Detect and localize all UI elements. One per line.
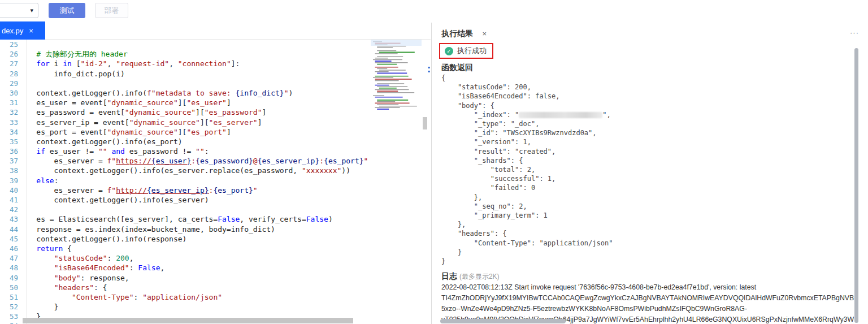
log-heading: 日志 (最多显示2K) <box>441 271 500 282</box>
line-number: 46 <box>0 244 18 253</box>
execution-result-panel: 执行结果 × ··· ✓ 执行成功 函数返回 { "statusCode": 2… <box>431 23 868 324</box>
json-line: "result": "created", <box>441 147 613 156</box>
code-line[interactable]: 51 "Content-Type": "application/json" <box>0 292 431 302</box>
line-number: 32 <box>0 107 18 117</box>
code-lines: 2526 # 去除部分无用的 header27 for i in ["id-2"… <box>0 40 431 324</box>
json-line: } <box>441 248 613 257</box>
json-line: "successful": 1, <box>441 174 613 183</box>
close-icon[interactable]: × <box>29 27 33 35</box>
json-line: "_version": 1, <box>441 137 613 146</box>
toolbar: ▾ 测试 部署 <box>0 0 868 21</box>
code-line[interactable]: 36 if es_user != "" and es_password != "… <box>0 146 431 156</box>
function-return-heading: 函数返回 <box>441 63 473 73</box>
line-number: 52 <box>0 302 18 312</box>
json-line: "_shards": { <box>441 156 613 165</box>
line-number: 40 <box>0 185 18 195</box>
json-line: "headers": { <box>441 229 613 238</box>
line-number: 41 <box>0 195 18 205</box>
minimap-viewport <box>371 40 422 46</box>
json-line: "_type": "_doc", <box>441 119 613 128</box>
line-number: 25 <box>0 40 18 49</box>
close-icon[interactable]: × <box>482 29 487 38</box>
code-line[interactable]: 37 es_server = f"https://{es_user}:{es_p… <box>0 156 431 166</box>
line-number: 43 <box>0 214 18 224</box>
code-line[interactable]: 31 es_user = event["dynamic_source"]["es… <box>0 98 431 107</box>
log-title: 日志 <box>441 271 457 280</box>
line-number: 38 <box>0 166 18 175</box>
log-output: 2022-08-02T08:12:13Z Start invoke reques… <box>441 282 854 324</box>
code-line[interactable]: 28 info_dict.pop(i) <box>0 69 431 79</box>
code-line[interactable]: 47 "statusCode": 200, <box>0 253 431 263</box>
deploy-button[interactable]: 部署 <box>95 3 128 18</box>
line-number: 36 <box>0 146 18 156</box>
json-line: "failed": 0 <box>441 183 613 192</box>
log-line: TI4ZmZhODRjYyJ9fX19MYIBwTCCAb0CAQEwgZcwg… <box>441 293 854 304</box>
code-line[interactable]: 35 context.getLogger().info(es_port) <box>0 137 431 146</box>
code-line[interactable]: 33 es_server_ip = event["dynamic_source"… <box>0 118 431 127</box>
test-button[interactable]: 测试 <box>49 3 85 18</box>
code-line[interactable]: 48 "isBase64Encoded": False, <box>0 263 431 273</box>
success-check-icon: ✓ <box>445 47 453 55</box>
line-number: 44 <box>0 224 18 234</box>
line-number: 34 <box>0 127 18 137</box>
line-number: 30 <box>0 88 18 98</box>
result-panel-title: 执行结果 <box>441 29 473 39</box>
function-return-json: { "statusCode": 200, "isBase64Encoded": … <box>441 74 613 266</box>
code-line[interactable]: 34 es_port = event["dynamic_source"]["es… <box>0 127 431 137</box>
code-line[interactable]: 40 es_server = f"http://{es_server_ip}:{… <box>0 185 431 195</box>
line-number: 27 <box>0 59 18 68</box>
log-horizontal-scrollbar[interactable] <box>440 319 566 323</box>
code-line[interactable]: 50 "headers": { <box>0 283 431 292</box>
code-line[interactable]: 44 response = es.index(index=bucket_name… <box>0 224 431 234</box>
result-panel-vertical-scrollbar[interactable] <box>854 48 858 323</box>
editor-horizontal-scrollbar[interactable] <box>23 318 353 323</box>
code-line[interactable]: 42 <box>0 205 431 214</box>
version-dropdown[interactable]: ▾ <box>0 3 38 18</box>
line-number: 48 <box>0 263 18 273</box>
code-line[interactable]: 27 for i in ["id-2", "request-id", "conn… <box>0 59 431 68</box>
json-line: "_primary_term": 1 <box>441 211 613 220</box>
json-line: "_seq_no": 2, <box>441 202 613 211</box>
code-line[interactable]: 39 else: <box>0 176 431 185</box>
code-line[interactable]: 26 # 去除部分无用的 header <box>0 49 431 59</box>
editor-vertical-scrollbar[interactable] <box>423 117 427 129</box>
code-line[interactable]: 46 return { <box>0 244 431 253</box>
line-number: 37 <box>0 156 18 166</box>
code-line[interactable]: 45 context.getLogger().info(response) <box>0 234 431 244</box>
code-line[interactable]: 32 es_password = event["dynamic_source"]… <box>0 107 431 117</box>
code-line[interactable]: 38 context.getLogger().info(es_server.re… <box>0 166 431 175</box>
line-number: 33 <box>0 118 18 127</box>
log-line: 5xzo--WnZe4We4pD9hZNz5-F5eztrewbzWYKK8bN… <box>441 304 854 314</box>
code-line[interactable]: 25 <box>0 40 431 49</box>
minimap[interactable] <box>371 40 422 114</box>
chevron-down-icon: ▾ <box>30 7 33 14</box>
json-line: "_id": "TWScXYIBs9Rwznvdzd0a", <box>441 128 613 137</box>
editor-tabbar: dex.py × <box>0 21 431 40</box>
line-number: 50 <box>0 283 18 292</box>
status-badge: 执行成功 <box>457 46 487 56</box>
log-limit-note: (最多显示2K) <box>459 273 500 280</box>
code-line[interactable]: 30 context.getLogger().info(f"metadata t… <box>0 88 431 98</box>
code-line[interactable]: 52 } <box>0 302 431 312</box>
code-line[interactable]: 41 context.getLogger().info(es_server) <box>0 195 431 205</box>
line-number: 31 <box>0 98 18 107</box>
json-line: "Content-Type": "application/json" <box>441 239 613 248</box>
tab-label: dex.py <box>2 27 23 35</box>
line-number: 45 <box>0 234 18 244</box>
code-editor[interactable]: 2526 # 去除部分无用的 header27 for i in ["id-2"… <box>0 40 431 324</box>
function-ide: ▾ 测试 部署 dex.py × 2526 # 去除部分无用的 header27… <box>0 0 868 324</box>
line-number: 28 <box>0 69 18 79</box>
tab-index-py[interactable]: dex.py × <box>0 21 45 40</box>
log-line: 2022-08-02T08:12:13Z Start invoke reques… <box>441 282 854 293</box>
json-line: "isBase64Encoded": false, <box>441 92 613 101</box>
code-line[interactable]: 43 es = Elasticsearch([es_server], ca_ce… <box>0 214 431 224</box>
json-line: }, <box>441 220 613 229</box>
line-number: 47 <box>0 253 18 263</box>
json-line: "_index": "", <box>441 110 613 119</box>
more-options-icon[interactable]: ··· <box>850 28 859 37</box>
execution-status-highlight: ✓ 执行成功 <box>439 43 493 59</box>
overview-ruler-mark <box>428 67 430 68</box>
code-line[interactable]: 29 <box>0 79 431 88</box>
json-line: }, <box>441 193 613 202</box>
code-line[interactable]: 49 "body": response, <box>0 273 431 283</box>
